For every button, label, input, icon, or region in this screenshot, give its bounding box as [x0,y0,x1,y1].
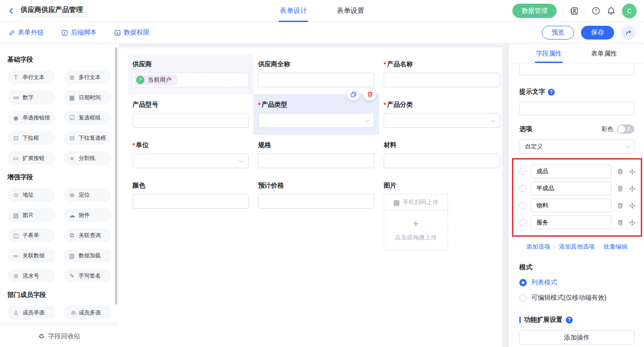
save-button[interactable]: 保存 [581,26,614,40]
tab-form-settings[interactable]: 表单设置 [336,0,365,22]
preview-button[interactable]: 预览 [542,26,574,40]
field-product-category[interactable]: *产品分类 [379,94,505,135]
click-drag-upload[interactable]: + 点击或拖拽上传 [384,210,448,250]
field-color[interactable]: 颜色 [128,175,253,216]
supplier-full-name-input[interactable] [258,73,374,87]
contacts-icon[interactable] [570,7,578,15]
sidebar-item-location[interactable]: ⊕定位 [63,188,111,202]
move-option-handle[interactable] [629,185,636,192]
sidebar-item-member-multi[interactable]: ♙♙成员多选 [63,306,111,319]
product-category-select[interactable] [384,113,500,128]
chevron-down-icon [239,158,244,163]
hint-help-icon[interactable]: ? [548,89,555,96]
sidebar-item-data-loading[interactable]: ▥数据加载 [63,249,111,262]
option-radio[interactable] [519,168,527,175]
sidebar-item-member-single[interactable]: ♙成员单选 [7,306,55,319]
notification-bell-icon[interactable] [607,6,615,15]
delete-option-button[interactable] [617,185,624,192]
data-manage-button[interactable]: 数据管理 [512,4,557,18]
tab-form-design[interactable]: 表单设计 [279,0,308,22]
mode-editable-radio[interactable]: 可编辑模式(仅移动端有效) [519,294,634,302]
delete-option-button[interactable] [617,219,624,226]
move-option-handle[interactable] [629,219,636,226]
field-product-model[interactable]: 产品型号 [128,94,253,135]
sidebar-item-radio-group[interactable]: ◉单选按钮组 [7,111,55,125]
field-product-name[interactable]: *产品名称 [379,54,505,94]
field-image-upload[interactable]: 图片 ▩ 手机扫码上传 + 点击或拖拽上传 [379,175,505,216]
add-other-option-link[interactable]: 添加其他选项 [559,243,595,251]
price-input[interactable] [258,194,374,209]
sidebar-item-checkbox-group[interactable]: ☑复选框组 [63,111,111,125]
sidebar-item-relation-data[interactable]: ∞关联数据 [7,249,55,262]
unit-select[interactable] [132,154,249,168]
product-model-input[interactable] [132,113,249,128]
user-avatar[interactable]: C [622,4,637,18]
hint-text-input[interactable] [519,102,634,115]
form-external-link[interactable]: 表单外链 [8,28,44,37]
field-price[interactable]: 预计价格 [253,175,379,216]
radio-icon: ◉ [12,114,20,121]
sidebar-item-divider-line[interactable]: ≡分割线 [63,151,111,165]
sidebar-item-signature[interactable]: ✎手写签名 [63,269,111,283]
share-button[interactable] [621,25,636,40]
tab-form-properties[interactable]: 表单属性 [590,44,618,63]
sidebar-item-multi-dropdown[interactable]: ⊟下拉复选框 [63,131,111,145]
sidebar-item-subform[interactable]: ◫子表单 [7,228,55,242]
sidebar-item-number[interactable]: 123数字 [7,91,55,104]
move-option-handle[interactable] [629,202,636,209]
option-source-select[interactable]: 自定义 [519,139,634,154]
product-name-input[interactable] [384,73,500,87]
sidebar-item-multi-line-text[interactable]: ≣多行文本 [63,70,111,84]
option-text-input[interactable] [531,199,612,212]
material-input[interactable] [384,154,500,168]
current-user-tag[interactable]: 户 当前用户 [135,74,177,85]
field-recycle-bin[interactable]: ♻ 字段回收站 [0,325,119,347]
field-spec[interactable]: 规格 [253,135,379,175]
product-type-select[interactable] [258,113,374,128]
color-input[interactable] [132,194,249,209]
extension-help-icon[interactable]: ? [566,317,573,324]
sidebar-item-extend-button[interactable]: ▭扩展按钮 [7,151,55,165]
spec-input[interactable] [258,154,374,168]
sidebar-scrollbar[interactable] [115,47,117,305]
option-text-input[interactable] [531,216,612,229]
mode-list-radio[interactable]: 列表模式 [519,279,634,287]
sidebar-item-single-line-text[interactable]: T单行文本 [7,70,55,84]
drop-upload-label: 点击或拖拽上传 [395,233,437,242]
batch-edit-link[interactable]: 批量编辑 [604,243,627,251]
option-radio[interactable] [519,185,527,192]
data-permission-link[interactable]: 数据权限 [114,28,150,37]
sidebar-item-serial-number[interactable]: ⊜流水号 [7,269,55,283]
delete-field-button[interactable] [363,88,376,101]
tab-field-properties[interactable]: 字段属性 [535,44,563,63]
field-supplier[interactable]: 供应商 户 当前用户 [128,54,253,94]
option-text-input[interactable] [531,165,612,178]
move-option-handle[interactable] [629,168,636,175]
delete-option-button[interactable] [617,168,624,175]
field-unit[interactable]: *单位 [128,135,253,175]
option-radio[interactable] [519,202,527,209]
help-icon[interactable]: ? [592,6,600,15]
delete-option-button[interactable] [617,202,624,209]
sidebar-item-dropdown[interactable]: ⊡下拉框 [7,131,55,145]
sidebar-item-attachment[interactable]: ☁附件 [63,208,111,222]
panel-partial-input[interactable] [519,63,634,75]
copy-field-button[interactable] [347,88,360,101]
supplier-default-value[interactable]: 户 当前用户 [132,73,249,87]
sidebar-item-datetime[interactable]: ▦日期时间 [63,91,111,104]
color-toggle[interactable]: 关 [617,125,634,134]
mode-editable-label: 可编辑模式(仅移动端有效) [531,294,606,302]
field-product-type-selected[interactable]: *产品类型 [253,94,379,135]
sidebar-item-relation-query[interactable]: ⧉关联查询 [63,228,111,242]
back-button[interactable] [7,7,15,15]
sidebar-item-address[interactable]: ⊙地址 [7,188,55,202]
option-text-input[interactable] [531,182,612,195]
option-radio[interactable] [519,219,527,226]
field-material[interactable]: 材料 [379,135,505,175]
add-option-link[interactable]: 添加选项 [526,243,550,251]
sidebar-item-image[interactable]: ▧图片 [7,208,55,222]
phone-scan-upload[interactable]: ▩ 手机扫码上传 [384,194,448,210]
backend-script-link[interactable]: 后端脚本 [61,28,97,37]
add-action-button[interactable]: 添加操作 [519,330,634,345]
page-title[interactable]: 供应商供应产品管理 [20,5,87,17]
